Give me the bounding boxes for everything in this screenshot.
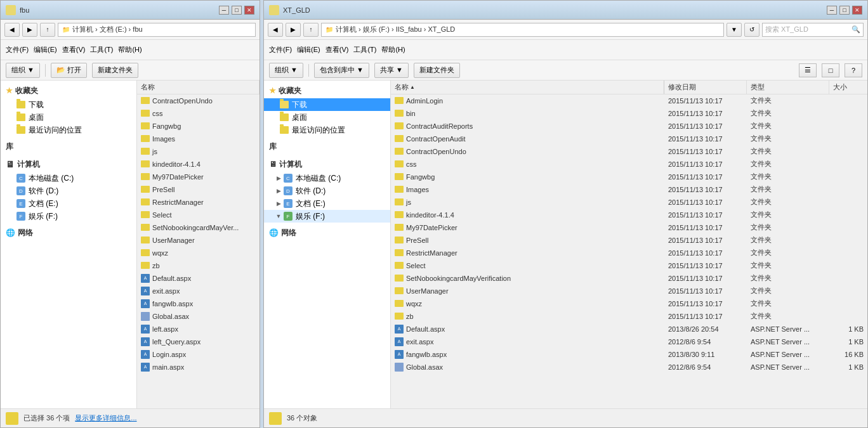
right-view-btn1[interactable]: ☰ <box>799 63 817 77</box>
left-sidebar-desktop[interactable]: 桌面 <box>1 111 136 124</box>
right-menu-help[interactable]: 帮助(H) <box>381 45 405 55</box>
left-file-row[interactable]: My97DatePicker <box>137 171 260 183</box>
left-file-row[interactable]: A fangwlb.aspx <box>137 297 260 310</box>
right-back-button[interactable]: ◀ <box>268 23 283 37</box>
right-sidebar-drive-c[interactable]: ▶ C 本地磁盘 (C:) <box>264 172 390 185</box>
right-file-row[interactable]: Select 2015/11/13 10:17 文件夹 <box>391 259 867 272</box>
left-menu-view[interactable]: 查看(V) <box>62 45 86 55</box>
left-file-row[interactable]: kindeditor-4.1.4 <box>137 158 260 171</box>
right-sidebar-drive-e[interactable]: ▶ E 文档 (E:) <box>264 197 390 210</box>
left-col-header-name[interactable]: 名称 <box>137 81 260 94</box>
right-maximize-button[interactable]: □ <box>839 6 850 15</box>
right-sidebar-desktop[interactable]: 桌面 <box>264 111 390 124</box>
left-file-row[interactable]: A left_Query.aspx <box>137 335 260 348</box>
left-maximize-button[interactable]: □ <box>232 6 242 15</box>
left-sidebar-drive-d[interactable]: D 软件 (D:) <box>1 185 136 197</box>
right-sidebar-drive-f[interactable]: ▼ F 娱乐 (F:) <box>264 210 390 223</box>
left-sidebar-downloads[interactable]: 下载 <box>1 98 136 111</box>
left-file-row[interactable]: js <box>137 145 260 158</box>
right-view-btn2[interactable]: □ <box>822 63 839 77</box>
right-sidebar-recent[interactable]: 最近访问的位置 <box>264 124 390 136</box>
left-file-row[interactable]: A main.aspx <box>137 361 260 373</box>
right-file-row[interactable]: A Default.aspx 2013/8/26 20:54 ASP.NET S… <box>391 323 867 335</box>
left-minimize-button[interactable]: ─ <box>219 6 229 15</box>
right-share-button[interactable]: 共享 ▼ <box>374 63 409 78</box>
right-file-list-scroll[interactable]: AdminLogin 2015/11/13 10:17 文件夹 bin 2015… <box>391 94 867 408</box>
right-file-row[interactable]: zb 2015/11/13 10:17 文件夹 <box>391 310 867 323</box>
left-file-row[interactable]: A Login.aspx <box>137 348 260 361</box>
right-col-header-size[interactable]: 大小 <box>829 81 867 94</box>
right-file-row[interactable]: ContractOpenUndo 2015/11/13 10:17 文件夹 <box>391 145 867 158</box>
right-col-header-type[interactable]: 类型 <box>747 81 829 94</box>
right-file-row[interactable]: A exit.aspx 2012/8/6 9:54 ASP.NET Server… <box>391 335 867 348</box>
left-address-bar[interactable]: 📁 计算机 › 文档 (E:) › fbu <box>58 23 256 37</box>
left-forward-button[interactable]: ▶ <box>22 23 37 37</box>
left-file-row[interactable]: wqxz <box>137 247 260 259</box>
right-col-header-date[interactable]: 修改日期 <box>664 81 747 94</box>
right-file-row[interactable]: kindeditor-4.1.4 2015/11/13 10:17 文件夹 <box>391 209 867 221</box>
left-file-row[interactable]: css <box>137 107 260 120</box>
right-sidebar-drive-d[interactable]: ▶ D 软件 (D:) <box>264 185 390 197</box>
right-include-library-button[interactable]: 包含到库中 ▼ <box>314 63 369 78</box>
right-file-row[interactable]: wqxz 2015/11/13 10:17 文件夹 <box>391 297 867 310</box>
left-file-row[interactable]: ContractOpenUndo <box>137 94 260 107</box>
right-file-row[interactable]: js 2015/11/13 10:17 文件夹 <box>391 196 867 209</box>
left-open-button[interactable]: 📂 打开 <box>51 63 87 78</box>
right-file-row[interactable]: ContractAuditReports 2015/11/13 10:17 文件… <box>391 120 867 133</box>
right-file-row[interactable]: UserManager 2015/11/13 10:17 文件夹 <box>391 285 867 297</box>
left-sidebar-drive-f[interactable]: F 娱乐 (F:) <box>1 210 136 223</box>
left-status-link[interactable]: 显示更多详细信息... <box>75 413 136 423</box>
right-file-row[interactable]: SetNobookingcardMayVerification 2015/11/… <box>391 272 867 285</box>
right-file-row[interactable]: AdminLogin 2015/11/13 10:17 文件夹 <box>391 94 867 107</box>
left-file-row[interactable]: UserManager <box>137 234 260 247</box>
left-file-row[interactable]: Select <box>137 209 260 221</box>
left-menu-edit[interactable]: 编辑(E) <box>34 45 57 55</box>
left-menu-tools[interactable]: 工具(T) <box>90 45 113 55</box>
right-menu-tools[interactable]: 工具(T) <box>353 45 376 55</box>
right-close-button[interactable]: ✕ <box>852 6 862 15</box>
right-search-icon[interactable]: 🔍 <box>852 25 860 34</box>
left-file-row[interactable]: SetNobookingcardMayVer... <box>137 221 260 234</box>
right-refresh-button[interactable]: ▼ <box>727 23 742 37</box>
left-file-row[interactable]: RestrictManager <box>137 196 260 209</box>
right-go-button[interactable]: ↺ <box>744 23 760 37</box>
right-file-row[interactable]: My97DatePicker 2015/11/13 10:17 文件夹 <box>391 221 867 234</box>
right-help-btn[interactable]: ? <box>845 63 862 77</box>
left-file-row[interactable]: A left.aspx <box>137 323 260 335</box>
left-menu-help[interactable]: 帮助(H) <box>118 45 141 55</box>
left-file-row[interactable]: zb <box>137 259 260 272</box>
right-file-row[interactable]: bin 2015/11/13 10:17 文件夹 <box>391 107 867 120</box>
right-menu-file[interactable]: 文件(F) <box>269 45 292 55</box>
right-file-row[interactable]: Images 2015/11/13 10:17 文件夹 <box>391 183 867 196</box>
left-new-folder-button[interactable]: 新建文件夹 <box>92 63 138 78</box>
right-new-folder-button[interactable]: 新建文件夹 <box>414 63 460 78</box>
right-minimize-button[interactable]: ─ <box>827 6 837 15</box>
left-back-button[interactable]: ◀ <box>4 23 20 37</box>
left-file-row[interactable]: Images <box>137 133 260 145</box>
right-file-row[interactable]: A fangwlb.aspx 2013/8/30 9:11 ASP.NET Se… <box>391 348 867 361</box>
right-file-row[interactable]: Global.asax 2012/8/6 9:54 ASP.NET Server… <box>391 361 867 373</box>
right-file-row[interactable]: ContractOpenAudit 2015/11/13 10:17 文件夹 <box>391 133 867 145</box>
right-sidebar-downloads[interactable]: 下载 <box>264 98 390 111</box>
left-menu-file[interactable]: 文件(F) <box>6 45 29 55</box>
left-close-button[interactable]: ✕ <box>244 6 254 15</box>
left-sidebar-drive-e[interactable]: E 文档 (E:) <box>1 197 136 210</box>
right-organize-button[interactable]: 组织 ▼ <box>269 63 303 78</box>
right-menu-edit[interactable]: 编辑(E) <box>297 45 320 55</box>
left-file-row[interactable]: A exit.aspx <box>137 285 260 297</box>
left-sidebar-recent[interactable]: 最近访问的位置 <box>1 124 136 136</box>
right-col-header-name[interactable]: 名称 ▲ <box>391 81 664 94</box>
right-file-row[interactable]: RestrictManager 2015/11/13 10:17 文件夹 <box>391 247 867 259</box>
left-up-button[interactable]: ↑ <box>40 23 55 37</box>
right-search-bar[interactable]: 搜索 XT_GLD 🔍 <box>762 23 864 37</box>
right-up-button[interactable]: ↑ <box>303 23 319 37</box>
left-file-row[interactable]: Fangwbg <box>137 120 260 133</box>
right-forward-button[interactable]: ▶ <box>286 23 301 37</box>
right-file-row[interactable]: PreSell 2015/11/13 10:17 文件夹 <box>391 234 867 247</box>
left-sidebar-drive-c[interactable]: C 本地磁盘 (C:) <box>1 172 136 185</box>
left-file-list-scroll[interactable]: ContractOpenUndo css Fangwbg Images js k… <box>137 94 260 408</box>
right-file-row[interactable]: Fangwbg 2015/11/13 10:17 文件夹 <box>391 171 867 183</box>
left-file-row[interactable]: A Default.aspx <box>137 272 260 285</box>
right-menu-view[interactable]: 查看(V) <box>326 45 349 55</box>
left-organize-button[interactable]: 组织 ▼ <box>6 63 40 78</box>
